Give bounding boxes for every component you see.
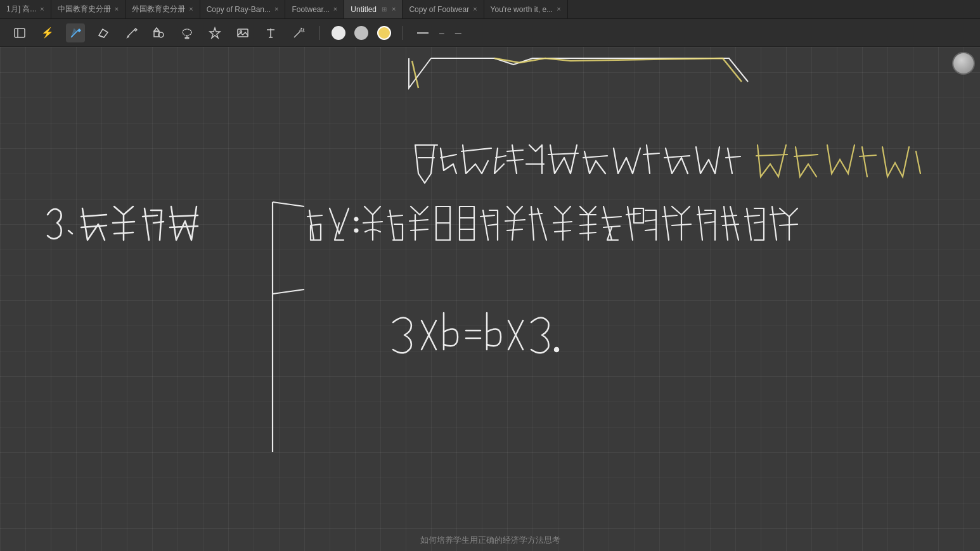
tab-2-label: 中国教育史分册	[58, 4, 111, 15]
svg-line-4	[99, 35, 104, 37]
color-swatch-yellow[interactable]	[377, 26, 391, 40]
text-tool-button[interactable]	[261, 23, 280, 42]
magic-wand-button[interactable]	[289, 23, 308, 42]
tab-4[interactable]: Copy of Ray-Ban... ×	[200, 0, 286, 18]
tab-5[interactable]: Footwear... ×	[285, 0, 344, 18]
tab-8[interactable]: You're worth it, e... ×	[484, 0, 568, 18]
pen-tool-button[interactable]	[66, 23, 85, 42]
tab-4-close[interactable]: ×	[274, 6, 278, 13]
tab-1-label: 1月] 高...	[6, 4, 36, 15]
tab-7[interactable]: Copy of Footwear ×	[403, 0, 484, 18]
tab-3-label: 外国教育史分册	[132, 4, 185, 15]
canvas-svg	[0, 47, 980, 551]
svg-point-21	[355, 229, 358, 232]
svg-line-3	[71, 35, 73, 37]
tab-bar: 1月] 高... × 中国教育史分册 × 外国教育史分册 × Copy of R…	[0, 0, 980, 19]
tab-7-label: Copy of Footwear	[409, 5, 469, 14]
bottom-label: 如何培养学生用正确的经济学方法思考	[420, 535, 560, 546]
tab-2[interactable]: 中国教育史分册 ×	[51, 0, 126, 18]
svg-line-16	[294, 32, 300, 37]
tab-6-close[interactable]: ×	[392, 6, 396, 13]
bluetooth-button[interactable]: ⚡	[38, 23, 57, 42]
dash-thick[interactable]: —	[415, 25, 432, 41]
tab-8-close[interactable]: ×	[557, 6, 560, 13]
dash-thin[interactable]: —	[453, 28, 465, 37]
dash-medium[interactable]: –	[437, 27, 448, 39]
color-swatch-gray[interactable]	[354, 26, 368, 40]
svg-rect-0	[15, 28, 25, 37]
tab-3-close[interactable]: ×	[189, 6, 193, 13]
tab-4-label: Copy of Ray-Ban...	[207, 5, 271, 14]
separator-2	[403, 26, 403, 40]
tab-8-label: You're worth it, e...	[491, 5, 553, 14]
svg-line-5	[128, 30, 134, 36]
lasso-tool-button[interactable]	[177, 23, 197, 42]
separator-1	[319, 26, 320, 40]
sidebar-toggle-button[interactable]	[10, 23, 29, 42]
star-tool-button[interactable]	[205, 23, 224, 42]
bluetooth-icon: ⚡	[41, 27, 54, 39]
tab-3[interactable]: 外国教育史分册 ×	[126, 0, 200, 18]
tab-6-untitled[interactable]: Untitled ⊞ ×	[344, 0, 403, 18]
color-swatch-white[interactable]	[332, 26, 345, 40]
tab-6-grid-icon: ⊞	[382, 6, 387, 13]
svg-line-19	[303, 30, 304, 32]
tab-5-label: Footwear...	[292, 5, 329, 14]
tab-1-close[interactable]: ×	[40, 6, 44, 13]
svg-point-24	[555, 348, 558, 352]
toolbar: ⚡	[0, 19, 980, 47]
tab-6-label: Untitled	[351, 5, 377, 14]
tab-7-close[interactable]: ×	[473, 6, 477, 13]
circle-indicator	[952, 52, 975, 75]
svg-point-20	[355, 218, 358, 221]
tab-1[interactable]: 1月] 高... ×	[0, 0, 51, 18]
shapes-tool-button[interactable]	[150, 23, 169, 42]
pencil-tool-button[interactable]	[122, 23, 141, 42]
canvas-area[interactable]: 如何培养学生用正确的经济学方法思考	[0, 47, 980, 551]
svg-point-8	[183, 29, 191, 35]
eraser-tool-button[interactable]	[94, 23, 113, 42]
tab-5-close[interactable]: ×	[333, 6, 337, 13]
image-tool-button[interactable]	[233, 23, 252, 42]
tab-2-close[interactable]: ×	[115, 6, 119, 13]
